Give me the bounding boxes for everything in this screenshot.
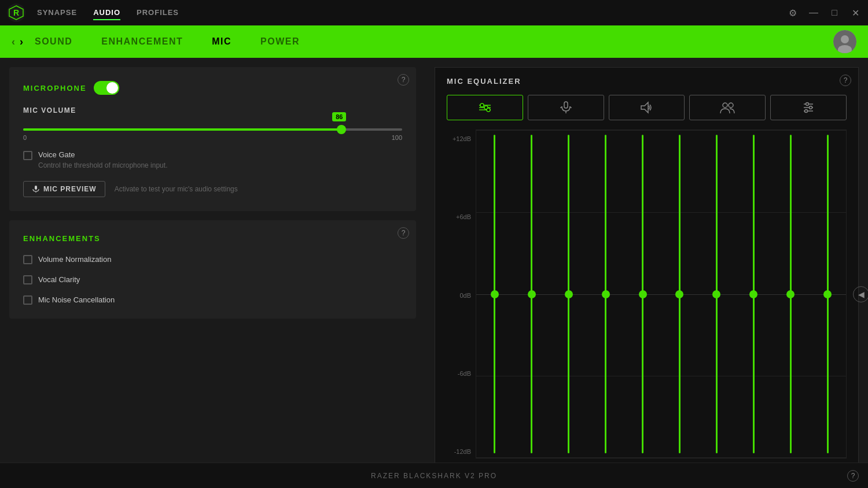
mic-noise-cancellation-checkbox[interactable] [23,295,32,305]
svg-point-21 [806,103,809,106]
svg-point-3 [841,35,849,43]
enhancement-item-0: Volume Normalization [23,254,402,264]
nav-audio[interactable]: AUDIO [93,6,120,20]
volume-normalization-checkbox[interactable] [23,255,32,264]
tab-enhancement[interactable]: ENHANCEMENT [101,36,183,47]
svg-point-22 [810,106,812,109]
db-label-0: 0dB [459,292,471,299]
eq-graph: +12dB +6dB 0dB -6dB -12dB [447,130,847,469]
microphone-title: MICROPHONE [23,81,402,95]
enhancement-item-1: Vocal Clarity [23,275,402,284]
main-content: ? MICROPHONE MIC VOLUME 86 0 100 [0,58,868,488]
mic-help-icon[interactable]: ? [398,74,409,86]
eq-preset-group[interactable] [689,95,766,120]
device-name: RAZER BLACKSHARK V2 PRO [371,472,497,480]
svg-text:R: R [13,8,19,17]
svg-point-17 [729,103,733,108]
eq-preset-speaker[interactable] [609,95,685,120]
voice-gate-label: Voice Gate [38,150,167,159]
vocal-clarity-checkbox[interactable] [23,275,32,284]
eq-db-labels: +12dB +6dB 0dB -6dB -12dB [447,130,476,469]
eq-preset-custom[interactable] [770,95,847,120]
eq-title: MIC EQUALIZER [447,77,847,86]
back-arrow[interactable]: ‹ [12,36,15,48]
eq-band-4khz[interactable] [735,130,772,458]
svg-point-10 [480,103,484,107]
svg-point-16 [723,103,727,108]
db-label-neg12: -12dB [454,448,471,455]
eq-band-2khz[interactable] [698,130,735,458]
mic-preview-desc: Activate to test your mic's audio settin… [115,185,238,193]
volume-badge: 86 [332,112,346,121]
voice-gate-desc: Control the threshold of microphone inpu… [38,161,167,169]
eq-reset-button[interactable]: ◀ [853,286,868,302]
mic-icon [32,185,40,193]
eq-card: ? MIC EQUALIZER [435,67,859,479]
tab-power[interactable]: POWER [260,36,300,47]
eq-preset-equalizer[interactable] [447,95,523,120]
vocal-clarity-label: Vocal Clarity [38,275,80,284]
razer-logo: R [7,3,25,22]
maximize-icon[interactable]: □ [829,8,840,18]
tab-mic[interactable]: MIC [212,36,231,47]
eq-band-1khz[interactable] [661,130,698,458]
voice-gate-row: Voice Gate Control the threshold of micr… [23,150,402,169]
nav-arrows: ‹ › [12,36,23,48]
bottom-bar: RAZER BLACKSHARK V2 PRO ? [0,463,868,488]
mic-preview-button[interactable]: MIC PREVIEW [23,181,105,197]
nav-profiles[interactable]: PROFILES [137,6,179,20]
eq-presets [447,95,847,120]
enhancements-title: ENHANCEMENTS [23,234,402,243]
voice-gate-checkbox[interactable] [23,151,32,160]
settings-icon[interactable]: ⚙ [787,8,799,19]
eq-band-8khz[interactable] [772,130,809,458]
svg-rect-5 [35,186,37,190]
eq-band-31hz[interactable] [476,130,513,458]
svg-marker-15 [641,102,648,113]
db-label-neg6: -6dB [458,370,471,377]
left-panel: ? MICROPHONE MIC VOLUME 86 0 100 [0,58,425,488]
eq-band-16khz[interactable] [809,130,846,458]
slider-fill [23,128,341,131]
tab-sound[interactable]: SOUND [35,36,72,47]
forward-arrow[interactable]: › [20,36,23,48]
eq-band-250hz[interactable] [587,130,624,458]
mic-noise-cancellation-label: Mic Noise Cancellation [38,295,115,304]
enhancements-card: ? ENHANCEMENTS Volume Normalization Voca… [9,220,416,319]
nav-tabs: SOUND ENHANCEMENT MIC POWER [35,36,833,47]
svg-point-12 [487,108,490,112]
mic-volume-slider[interactable]: 86 0 100 [23,128,402,141]
right-panel: ? MIC EQUALIZER [425,58,868,488]
enhancements-list: Volume Normalization Vocal Clarity Mic N… [23,254,402,305]
svg-rect-13 [564,102,568,108]
microphone-toggle[interactable] [94,81,119,95]
eq-preset-mic-active[interactable] [528,95,604,120]
close-icon[interactable]: ✕ [849,8,861,19]
mic-preview-row: MIC PREVIEW Activate to test your mic's … [23,181,402,197]
title-bar: R SYNAPSE AUDIO PROFILES ⚙ — □ ✕ [0,0,868,25]
eq-band-500hz[interactable] [624,130,661,458]
eq-band-63hz[interactable] [513,130,550,458]
db-label-12: +12dB [453,135,471,142]
nav-synapse[interactable]: SYNAPSE [37,6,77,20]
svg-point-23 [805,110,808,113]
title-nav: SYNAPSE AUDIO PROFILES [37,6,775,20]
db-label-6: +6dB [456,213,471,220]
microphone-card: ? MICROPHONE MIC VOLUME 86 0 100 [9,67,416,211]
user-avatar[interactable] [833,30,856,53]
window-controls: ⚙ — □ ✕ [787,8,861,19]
eq-help-icon[interactable]: ? [840,75,851,86]
eq-band-125hz[interactable] [550,130,587,458]
volume-normalization-label: Volume Normalization [38,255,111,264]
eq-sliders-area: ◀ [476,130,847,459]
eq-bands [476,130,846,458]
enhancement-item-2: Mic Noise Cancellation [23,295,402,305]
slider-thumb[interactable] [337,125,346,134]
nav-bar: ‹ › SOUND ENHANCEMENT MIC POWER [0,25,868,58]
minimize-icon[interactable]: — [808,8,819,18]
bottom-help-icon[interactable]: ? [847,470,859,482]
enhancements-help-icon[interactable]: ? [398,227,409,239]
eq-main: ◀ 31Hz 63Hz 125Hz 250Hz 500Hz 1kHz 2kHz … [476,130,847,469]
